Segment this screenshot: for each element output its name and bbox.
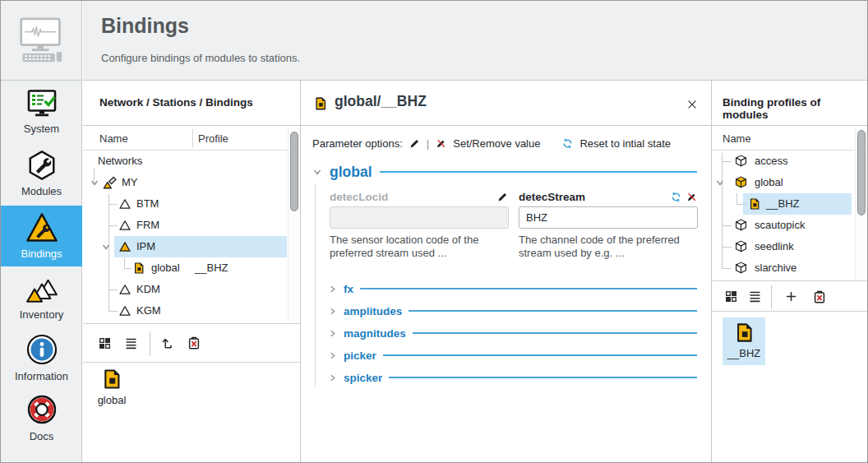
binding-file-icon [313,96,328,111]
section-indent-guide [315,184,316,387]
sidebar-item-system[interactable]: System [1,87,82,137]
modules-hexagon-wrench-icon [26,150,58,181]
tree-row-networks[interactable]: Networks [83,150,289,172]
tree-row-binding-global[interactable]: global __BHZ [83,257,289,279]
tree-row-station-kdm[interactable]: KDM [83,279,289,300]
sidebar-item-information[interactable]: Information [1,332,82,383]
sidebar-item-modules[interactable]: Modules [1,149,82,198]
subsection-magnitudes[interactable]: magnitudes [328,322,697,344]
scrollbar-thumb[interactable] [290,132,298,211]
stations-panel-header: Network / Stations / Bindings [83,81,300,126]
tree-row-module-seedlink[interactable]: seedlink [712,236,855,257]
tree-row-module-scautopick[interactable]: scautopick [712,215,855,236]
reset-refresh-icon[interactable] [670,191,682,203]
tree-label: access [755,155,787,167]
icon-item-label: global [98,394,127,406]
reset-refresh-icon[interactable] [561,137,574,150]
edit-pencil-icon[interactable] [496,191,509,203]
stations-panel-title: Network / Stations / Bindings [99,96,253,109]
network-icon [103,175,118,190]
section-global-header[interactable]: global [312,161,697,183]
subsection-fx[interactable]: fx [328,278,697,299]
field-name: detecLocid [330,191,388,203]
field-name: detecStream [519,191,585,203]
stations-toolbar [83,323,300,363]
subsection-rule [413,332,697,334]
subsection-rule [389,377,697,378]
tree-row-module-slarchive[interactable]: slarchive [712,257,855,279]
tree-row-station-kgm[interactable]: KGM [83,300,289,322]
scrollbar-track[interactable] [855,127,866,280]
chevron-right-icon[interactable] [328,307,337,316]
list-view-icon[interactable] [124,336,138,350]
tree-label: __BHZ [766,197,799,210]
page-subtitle: Configure bindings of modules to station… [101,52,300,64]
tree-label: MY [122,176,138,188]
remove-value-icon[interactable] [686,191,698,203]
scrollbar-track[interactable] [288,127,299,323]
chevron-down-icon[interactable] [715,178,725,188]
page-title: Bindings [101,14,189,38]
detecStream-input[interactable] [519,206,698,229]
tree-row-module-access[interactable]: access [712,150,855,172]
column-separator[interactable] [192,129,193,147]
sidebar-item-inventory[interactable]: Inventory [1,275,82,324]
tree-row-profile-bhz[interactable]: __BHZ [712,193,855,215]
binding-file-icon [132,262,145,275]
subsection-spicker[interactable]: spicker [328,367,697,388]
binding-file-icon [733,322,755,344]
profile-icon-item-bhz[interactable]: __BHZ [723,317,765,365]
stations-columns: Name Profile [83,126,300,150]
toolbar-separator [150,331,150,356]
reset-initial-state-label[interactable]: Reset to intial state [579,137,671,150]
list-view-icon[interactable] [748,289,762,303]
section-title: global [330,164,372,181]
chevron-right-icon[interactable] [328,351,337,360]
binding-icon-item-global[interactable]: global [90,368,134,406]
chevron-down-icon[interactable] [312,167,322,177]
edit-pencil-icon[interactable] [409,137,421,150]
remove-value-icon[interactable] [435,137,447,150]
stations-panel: Network / Stations / Bindings Name Profi… [83,81,301,462]
chevron-right-icon[interactable] [328,373,337,382]
sidebar-item-docs[interactable]: Docs [1,393,82,442]
tree-label: global [755,176,783,188]
sidebar-item-bindings[interactable]: Bindings [1,206,82,266]
scrollbar-thumb[interactable] [857,130,866,215]
column-name: Name [99,132,128,145]
add-profile-icon[interactable] [784,289,798,303]
icon-view-icon[interactable] [724,289,738,303]
subsection-amplitudes[interactable]: amplitudes [328,300,697,322]
tree-label: KDM [136,283,160,295]
editor-title: global/__BHZ [335,93,427,110]
tree-row-network-my[interactable]: MY [83,172,289,193]
system-monitor-icon [25,89,58,118]
chevron-down-icon[interactable] [90,178,99,188]
column-name: Name [723,132,751,145]
chevron-right-icon[interactable] [328,285,337,294]
toolbar-divider: | [427,137,429,150]
go-up-icon[interactable] [159,336,174,350]
binding-file-icon [100,368,123,391]
parameter-options-label: Parameter options: [312,137,403,150]
close-icon[interactable] [686,98,699,111]
module-cube-icon [734,218,748,232]
subsection-picker[interactable]: picker [328,345,697,366]
tree-label: FRM [136,219,159,231]
tree-row-station-btm[interactable]: BTM [83,193,289,215]
docs-lifebuoy-icon [25,393,58,426]
set-remove-value-label[interactable]: Set/Remove value [453,137,540,150]
icon-view-icon[interactable] [98,336,112,350]
field-description: The sensor location code of the preferre… [330,234,509,260]
tree-row-station-ipm[interactable]: IPM [83,236,289,257]
tree-row-module-global[interactable]: global [712,172,855,193]
delete-icon[interactable] [812,289,827,304]
tree-profile-value: __BHZ [195,262,228,274]
delete-icon[interactable] [187,336,201,350]
chevron-down-icon[interactable] [101,242,111,252]
chevron-right-icon[interactable] [328,329,337,338]
editor-header: global/__BHZ [301,81,711,126]
subsection-label: amplitudes [344,305,402,317]
tree-row-station-frm[interactable]: FRM [83,215,289,236]
toolbar-separator [771,285,772,308]
